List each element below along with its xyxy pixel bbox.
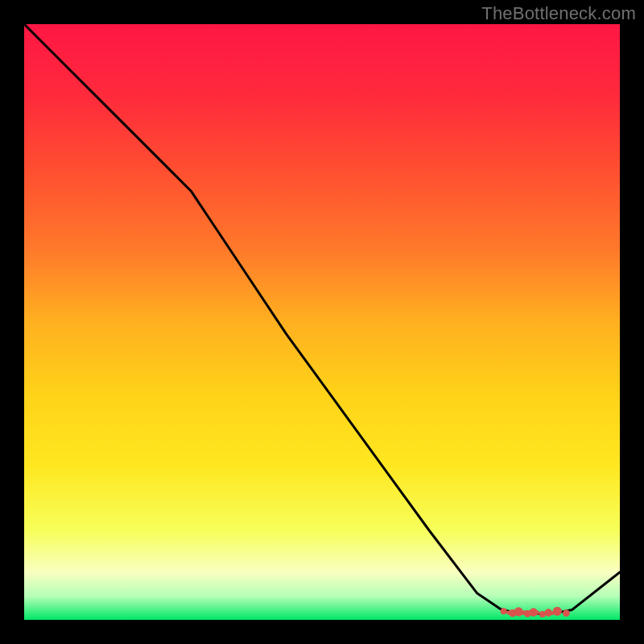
watermark-text: TheBottleneck.com [481, 3, 636, 24]
plot-area [24, 24, 620, 620]
chart-frame: TheBottleneck.com [0, 0, 644, 644]
optimal-dot [563, 609, 570, 617]
optimal-dot [501, 608, 507, 614]
optimal-dot [553, 607, 562, 616]
optimal-link [506, 610, 539, 614]
optimal-link [546, 612, 555, 615]
chart-svg [24, 24, 620, 620]
